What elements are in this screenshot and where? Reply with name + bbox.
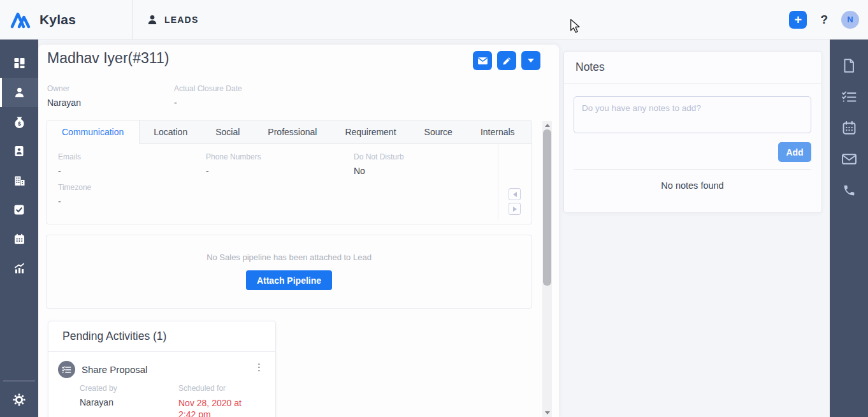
field-value: - — [58, 196, 206, 207]
scroll-up-button[interactable] — [542, 121, 552, 129]
main-scrollbar[interactable] — [542, 121, 552, 417]
phone-icon — [843, 184, 856, 197]
fields-pager-divider — [498, 144, 498, 221]
person-icon — [147, 14, 158, 26]
lead-title: Madhav Iyer(#311) — [47, 50, 169, 67]
leads-person-icon — [13, 87, 25, 98]
gear-icon — [13, 393, 25, 406]
task-check-icon — [13, 204, 25, 216]
scroll-up-icon — [545, 124, 550, 127]
left-sidebar: $ — [0, 40, 38, 417]
kylas-logo-icon — [9, 10, 32, 29]
topbar-right: + ? N — [789, 11, 868, 29]
email-lead-button[interactable] — [473, 51, 492, 70]
lead-actions — [473, 51, 540, 70]
help-icon[interactable]: ? — [820, 13, 828, 27]
scheduled-date: Nov 28, 2020 at — [178, 397, 242, 409]
attach-pipeline-button[interactable]: Attach Pipeline — [246, 270, 332, 290]
fields-next-button[interactable] — [509, 203, 521, 215]
rightbar-item-documents[interactable] — [830, 50, 868, 81]
envelope-icon — [842, 154, 857, 165]
field-label: Owner — [47, 84, 174, 93]
chart-icon — [13, 263, 25, 274]
detail-field-emails: Emails - — [58, 152, 206, 176]
field-label: Actual Closure Date — [174, 84, 242, 93]
money-bag-icon: $ — [13, 116, 25, 128]
field-label: Do Not Disturb — [354, 152, 502, 161]
tab-location[interactable]: Location — [140, 121, 201, 143]
notes-empty-text: No notes found — [574, 180, 811, 191]
sidebar-separator — [3, 381, 35, 381]
tab-professional[interactable]: Professional — [254, 121, 331, 143]
envelope-filled-icon — [477, 57, 488, 65]
scrollbar-thumb[interactable] — [543, 129, 551, 286]
brand-name: Kylas — [40, 12, 76, 27]
sidebar-item-dashboard[interactable] — [0, 48, 38, 78]
pending-activities-card: Pending Activities (1) Share Proposal — [48, 321, 276, 417]
sidebar-item-tasks[interactable] — [0, 195, 38, 224]
company-building-icon — [13, 175, 25, 186]
tab-content-communication: Emails - Phone Numbers - Do Not Disturb … — [47, 144, 532, 224]
pipeline-empty-text: No Sales pipeline has been attached to L… — [47, 252, 532, 262]
nav-entity-label: LEADS — [164, 15, 198, 25]
rightbar-item-calls[interactable] — [830, 175, 868, 206]
edit-lead-button[interactable] — [497, 51, 516, 70]
activity-menu-icon[interactable]: ⋮ — [252, 361, 266, 373]
sidebar-item-calendar[interactable] — [0, 224, 38, 254]
activity-created-by: Created by Narayan — [80, 384, 178, 417]
pending-activity-item: Share Proposal ⋮ Created by Narayan Sche… — [48, 352, 275, 417]
fields-pager — [509, 188, 521, 215]
calendar-outline-icon — [843, 121, 856, 135]
lead-more-actions-button[interactable] — [521, 51, 540, 70]
scheduled-time: 2:42 pm — [178, 409, 242, 417]
tab-requirement[interactable]: Requirement — [331, 121, 410, 143]
sidebar-item-companies[interactable] — [0, 166, 38, 195]
field-label: Phone Numbers — [206, 152, 354, 161]
scroll-down-button[interactable] — [542, 409, 552, 417]
field-value: - — [58, 166, 206, 176]
checklist-small-icon — [62, 366, 71, 374]
field-label: Created by — [80, 384, 178, 393]
activity-meta: Created by Narayan Scheduled for Nov 28,… — [80, 384, 266, 417]
detail-field-do-not-disturb: Do Not Disturb No — [354, 152, 502, 176]
dashboard-icon — [13, 57, 25, 69]
activity-scheduled-for: Scheduled for Nov 28, 2020 at 2:42 pm — [178, 384, 242, 417]
top-bar: Kylas LEADS + ? N — [0, 0, 868, 40]
rightbar-item-tasks[interactable] — [830, 81, 868, 112]
sidebar-item-leads[interactable] — [0, 78, 38, 107]
rightbar-item-meetings[interactable] — [830, 112, 868, 143]
rightbar-item-emails[interactable] — [830, 143, 868, 175]
pencil-icon — [502, 56, 512, 66]
activity-type-icon — [58, 361, 75, 378]
global-add-button[interactable]: + — [789, 11, 807, 29]
tab-communication[interactable]: Communication — [47, 121, 140, 144]
notes-input[interactable] — [574, 96, 811, 133]
kylas-app: Kylas LEADS + ? N — [0, 0, 868, 417]
add-note-button[interactable]: Add — [778, 142, 811, 162]
field-label: Timezone — [58, 183, 206, 192]
sidebar-item-settings[interactable] — [0, 389, 38, 411]
avatar[interactable]: N — [841, 11, 859, 29]
field-label: Emails — [58, 152, 206, 161]
field-value: - — [206, 166, 354, 176]
tab-social[interactable]: Social — [201, 121, 254, 143]
nav-entity-leads[interactable]: LEADS — [133, 14, 198, 26]
sidebar-item-reports[interactable] — [0, 254, 38, 283]
svg-text:$: $ — [17, 120, 20, 126]
sidebar-item-deals[interactable]: $ — [0, 107, 38, 136]
lead-detail-panel: Madhav Iyer(#311) Owner Naray — [38, 45, 559, 417]
lead-tabs-card: Communication Location Social Profession… — [46, 120, 532, 224]
sidebar-bottom — [0, 381, 38, 411]
sidebar-item-contacts[interactable] — [0, 136, 38, 166]
tab-internals[interactable]: Internals — [467, 121, 529, 143]
field-value: No — [354, 166, 502, 176]
detail-field-timezone: Timezone - — [58, 183, 206, 207]
fields-prev-button[interactable] — [509, 188, 521, 200]
pipeline-card: No Sales pipeline has been attached to L… — [46, 235, 532, 309]
tab-source[interactable]: Source — [410, 121, 467, 143]
field-value: - — [174, 98, 242, 108]
brand[interactable]: Kylas — [0, 10, 132, 29]
field-value: Narayan — [47, 98, 174, 108]
checklist-icon — [842, 91, 857, 103]
scroll-down-icon — [545, 411, 550, 414]
